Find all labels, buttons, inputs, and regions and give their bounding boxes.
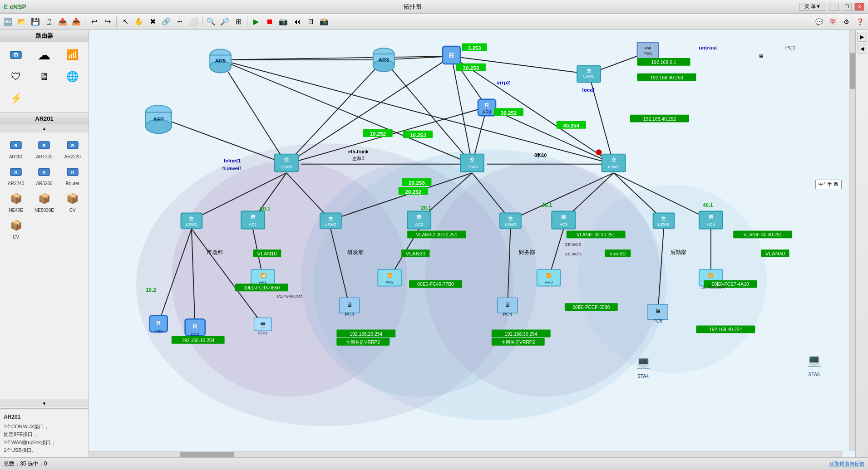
snapshot-button[interactable]: 📷 (277, 15, 290, 28)
node-lsw6[interactable]: 交 LSW6 (460, 154, 484, 172)
node-ap2[interactable]: 📶 AP2 (378, 269, 401, 286)
sidebar-item-ar3260[interactable]: R AR3260 (31, 162, 57, 187)
node-ap3[interactable]: 📶 AP3 (537, 269, 561, 286)
fit-button[interactable]: ⊞ (232, 15, 245, 28)
node-ar5[interactable]: AR5 (210, 49, 231, 73)
node-lsw4[interactable]: 交 LSW4 (653, 213, 675, 228)
topology-canvas[interactable]: AR5 AR3 R 交 LSW8 F (89, 30, 855, 457)
node-ac2[interactable]: 调 AC2 (407, 211, 431, 229)
node-lsw2[interactable]: 交 LSW2 (320, 213, 341, 228)
sidebar-item-ar201[interactable]: R AR201 (3, 135, 29, 160)
restore-button[interactable]: ❐ (842, 3, 852, 11)
sidebar-scroll-down[interactable]: ▼ (0, 399, 89, 407)
settings-button[interactable]: ⚙ (840, 15, 853, 28)
chat-button[interactable]: 💬 (813, 15, 825, 28)
ar3260-icon: R (35, 163, 53, 181)
node-ac1[interactable]: 调 AC1 (241, 211, 265, 229)
node-ap1[interactable]: 📶 AP1 (251, 269, 275, 286)
vertical-scrollbar[interactable] (849, 30, 855, 451)
svg-text:交: 交 (662, 216, 666, 221)
screen-button[interactable]: 🖥 (304, 15, 317, 28)
sidebar-item-ar1220[interactable]: R AR1220 (31, 135, 57, 160)
horizontal-scrollbar[interactable] (89, 451, 843, 457)
sidebar-item-ne5000e[interactable]: 📦 NE5000E (31, 189, 57, 214)
sidebar-scroll-up[interactable]: ▲ (0, 124, 89, 132)
sidebar-item-ar2240[interactable]: R AR2240 (3, 162, 29, 187)
device-list-scroll[interactable]: R AR201 R AR1220 (0, 132, 89, 399)
sidebar-router-item[interactable]: R (3, 45, 29, 65)
svg-text:STA4: STA4 (637, 374, 649, 379)
text-button[interactable]: ▪▪▪ (173, 15, 186, 28)
help-link[interactable]: 获取帮助与反馈 (829, 460, 864, 467)
move-button[interactable]: ✋ (133, 15, 145, 28)
svg-line-37 (158, 117, 286, 164)
sidebar-item-ar2220[interactable]: R AR2220 (59, 135, 86, 160)
zoom-in-button[interactable]: 🔍 (205, 15, 217, 28)
link-button[interactable]: 🔗 (160, 15, 173, 28)
canvas-area[interactable]: AR5 AR3 R 交 LSW8 F (89, 30, 855, 457)
export-button[interactable]: 📤 (56, 15, 69, 28)
zoom-indicator[interactable]: 中° 半 🖹 (815, 180, 842, 189)
node-lsw5[interactable]: 交 LSW5 (275, 154, 298, 172)
save-button[interactable]: 💾 (29, 15, 42, 28)
node-ar9[interactable]: R AR9 (150, 315, 168, 334)
menu-button[interactable]: 菜 单▼ (799, 3, 826, 11)
delete-button[interactable]: ✖ (146, 15, 159, 28)
stop-button[interactable]: ⏹ (263, 15, 276, 28)
svg-text:LSW6: LSW6 (467, 165, 478, 169)
new-button[interactable]: 🆕 (2, 15, 15, 28)
import-button[interactable]: 📥 (70, 15, 83, 28)
start-button[interactable]: ▶ (250, 15, 262, 28)
undo-button[interactable]: ↩ (88, 15, 100, 28)
svg-text:GE 0/0/2: GE 0/0/2 (565, 242, 581, 247)
select-button[interactable]: ↖ (119, 15, 132, 28)
sidebar-div-1 (0, 112, 89, 113)
svg-text:20.252: 20.252 (405, 189, 421, 195)
sidebar-item-cv1[interactable]: 📦 CV (59, 189, 86, 214)
minimize-button[interactable]: — (829, 3, 839, 11)
sidebar-cloud-item[interactable]: ☁ (31, 45, 57, 65)
node-ac3[interactable]: 调 AC3 (552, 211, 575, 229)
close-button[interactable]: ✕ (854, 3, 864, 11)
node-ar3[interactable]: AR3 (373, 48, 395, 72)
ne40e-icon: 📦 (7, 190, 25, 208)
node-fw1[interactable]: FW FW1 (637, 42, 659, 59)
svg-text:VLAN20: VLAN20 (406, 250, 426, 256)
node-ac4[interactable]: 调 AC4 (699, 211, 723, 229)
sidebar-cloudnet-item[interactable]: 🌐 (59, 67, 86, 87)
node-lsw7[interactable]: 交 LSW7 (602, 154, 626, 172)
zoom-out-button[interactable]: 🔎 (218, 15, 231, 28)
svg-text:调: 调 (561, 215, 566, 220)
svg-text:📶: 📶 (708, 273, 714, 278)
open-button[interactable]: 📂 (15, 15, 28, 28)
node-lsw8[interactable]: 交 LSW8 (577, 66, 601, 82)
node-lsw1[interactable]: 交 LSW1 (181, 213, 202, 228)
right-btn-2[interactable]: ◀ (857, 44, 867, 54)
huawei-button[interactable]: 华 (826, 15, 839, 28)
node-sta4[interactable]: 💻 STA4 (636, 355, 651, 379)
print-button[interactable]: 🖨 (43, 15, 55, 28)
node-ec2[interactable]: R EC2 (185, 319, 205, 336)
sidebar-power-item[interactable]: ⚡ (3, 88, 29, 108)
right-btn-1[interactable]: ▶ (857, 32, 867, 42)
router-icon: R (64, 163, 82, 181)
sidebar-item-cv2[interactable]: 📦 CV (3, 215, 29, 240)
node-ar4[interactable]: R AR4 (478, 99, 496, 116)
help-button[interactable]: ❓ (853, 15, 866, 28)
node-r-top[interactable]: R (443, 46, 460, 64)
sidebar-fw-item[interactable]: 🛡 (3, 67, 29, 87)
toolbar: 🆕 📂 💾 🖨 📤 📥 ↩ ↪ ↖ ✋ ✖ 🔗 ▪▪▪ ⬜ 🔍 🔎 ⊞ ▶ ⏹ … (0, 14, 868, 30)
ar1220-icon: R (35, 136, 53, 154)
sidebar-pc-item[interactable]: 🖥 (31, 67, 57, 87)
sidebar-item-ne40e[interactable]: 📦 NE40E (3, 189, 29, 214)
node-lsw3[interactable]: 交 LSW3 (500, 213, 521, 228)
sidebar-item-router[interactable]: R Router (59, 162, 86, 187)
replay-button[interactable]: ⏮ (291, 15, 303, 28)
sidebar-ap-item[interactable]: 📶 (59, 45, 86, 65)
node-sta6[interactable]: 💻 STA6 (807, 353, 822, 377)
node-ar7[interactable]: AR7 (146, 105, 172, 133)
rect-button[interactable]: ⬜ (187, 15, 200, 28)
svg-text:🖥: 🖥 (504, 301, 510, 308)
capture-button[interactable]: 📸 (318, 15, 330, 28)
redo-button[interactable]: ↪ (101, 15, 114, 28)
